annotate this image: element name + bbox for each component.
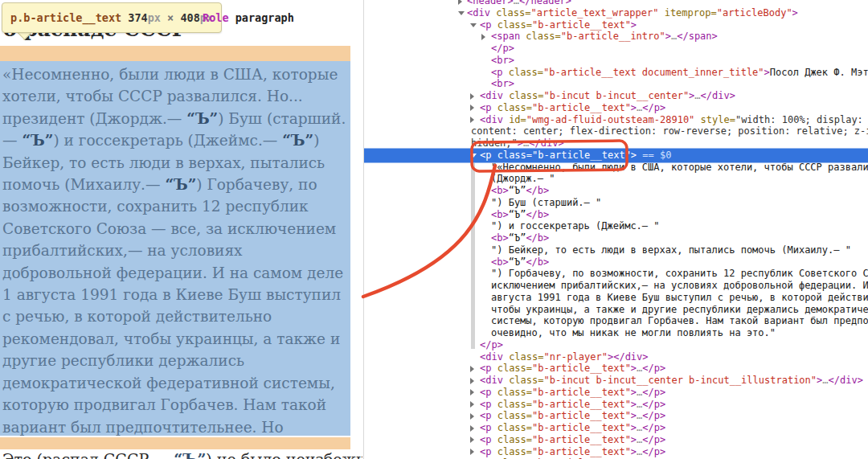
devtools-node-row[interactable]: <p class="b-article__text">…</p> (364, 434, 868, 446)
devtools-node-row[interactable]: <div class="b-incut b-incut__center b-in… (364, 375, 868, 387)
syntax-token-tag: > (631, 410, 637, 421)
collapse-arrow-icon[interactable] (470, 154, 477, 158)
syntax-token-tag: </p> (642, 102, 665, 113)
syntax-token-tag: </p> (480, 339, 503, 350)
expand-arrow-icon[interactable] (470, 117, 474, 123)
devtools-node-row[interactable]: (Джордж.— " (364, 173, 868, 185)
syntax-token-tag: <p (480, 19, 491, 31)
syntax-token-attr: style= (694, 114, 735, 125)
syntax-token-val: "b-article__text" (532, 19, 631, 31)
devtools-node-row[interactable]: очевидно, что мы никак не могли повлиять… (364, 327, 868, 339)
syntax-token-tag: > (665, 31, 671, 42)
syntax-token-tag: <b> (491, 256, 509, 268)
syntax-token-tag: </p> (642, 363, 665, 374)
devtools-node-row[interactable]: </p> (364, 339, 868, 351)
syntax-token-dim: … (514, 0, 519, 6)
expand-arrow-icon[interactable] (481, 34, 485, 40)
syntax-token-val: "nr-player" (543, 351, 607, 363)
devtools-node-row[interactable]: <b>“Ъ”</b> (364, 232, 868, 244)
expand-arrow-icon[interactable] (470, 413, 474, 420)
tooltip-width: 374 (121, 11, 148, 24)
syntax-token-val: "b-article__text" (532, 150, 631, 161)
syntax-token-attr: class= (491, 399, 532, 410)
devtools-node-row[interactable]: ") и госсекретарь (Джеймс.— " (364, 220, 868, 232)
devtools-elements-panel: <header>…</header><div class="article_te… (364, 0, 868, 459)
syntax-token-tag: <div (480, 114, 503, 125)
syntax-token-txt: исключением прибалтийских,— на условиях … (491, 280, 868, 291)
devtools-node-row[interactable]: <p class="b-article__text">…</p> (364, 399, 868, 411)
syntax-token-val: "b-article__text document_inner_title" (543, 67, 764, 78)
syntax-token-dim: … (694, 90, 700, 101)
expand-arrow-icon[interactable] (470, 401, 474, 408)
devtools-node-row[interactable]: hidden;">…</div> (364, 137, 868, 150)
expand-arrow-icon[interactable] (470, 366, 474, 372)
syntax-token-txt: “Ъ” (509, 185, 526, 196)
syntax-token-tag: </b> (526, 232, 549, 244)
devtools-node-row[interactable]: <br> (364, 78, 868, 90)
devtools-node-row[interactable]: ") Буш (старший.— " (364, 197, 868, 209)
syntax-token-tag: <br> (491, 78, 514, 89)
syntax-token-val: "b-article__text" (532, 446, 631, 457)
syntax-token-txt: Посол Джек Ф. Мэтлок (770, 67, 868, 78)
devtools-node-row[interactable]: <b>“Ъ”</b> (364, 209, 868, 221)
expand-arrow-icon[interactable] (470, 93, 474, 100)
devtools-node-row[interactable]: content: center; flex-direction: row-rev… (364, 125, 868, 137)
devtools-node-row[interactable]: <div class="b-incut b-incut__center">…</… (364, 90, 868, 102)
devtools-node-row[interactable]: <p class="b-article__text">…</p> (364, 446, 868, 458)
syntax-token-tag: > (631, 363, 637, 374)
collapse-arrow-icon[interactable] (470, 23, 477, 27)
devtools-node-row-selected[interactable]: <p class="b-article__text"> == $0 (364, 150, 868, 162)
devtools-node-row[interactable]: <b>“Ъ”</b> (364, 185, 868, 197)
syntax-token-tag: > (631, 434, 637, 445)
dom-tree: <header>…</header><div class="article_te… (364, 0, 868, 459)
devtools-node-row[interactable]: ") Горбачеву, по возможности, сохранить … (364, 268, 868, 280)
devtools-node-row[interactable]: <b>“Ъ”</b> (364, 256, 868, 268)
devtools-node-row[interactable]: <p class="b-article__text"> (364, 19, 868, 31)
devtools-node-row[interactable]: августа 1991 года в Киеве Буш выступил с… (364, 292, 868, 304)
devtools-node-row[interactable]: <p class="b-article__text">…</p> (364, 410, 868, 422)
syntax-token-attr: class= (503, 351, 544, 363)
collapse-arrow-icon[interactable] (458, 11, 465, 15)
syntax-token-tag: > (631, 422, 637, 433)
expand-arrow-icon[interactable] (470, 378, 474, 384)
syntax-token-txt: августа 1991 года в Киеве Буш выступил с… (491, 292, 868, 303)
expand-arrow-icon[interactable] (470, 389, 474, 395)
devtools-node-row[interactable]: <span class="b-article__intro">…</span> (364, 31, 868, 43)
devtools-node-row[interactable]: ") Бейкер, то есть люди в верхах, пытали… (364, 244, 868, 256)
syntax-token-attr: class= (491, 150, 532, 161)
devtools-node-row[interactable]: <br> (364, 55, 868, 67)
syntax-token-attr: class= (491, 446, 532, 457)
expand-arrow-icon[interactable] (470, 105, 474, 111)
expand-arrow-icon[interactable] (470, 436, 474, 443)
syntax-token-val: "wmg-ad-fluid-outsteam-28910" (526, 114, 695, 125)
syntax-token-tag: > (631, 446, 637, 457)
tooltip-times: × (161, 11, 180, 24)
syntax-token-tag: </b> (526, 185, 549, 196)
devtools-node-row[interactable]: чтобы украинцы, а также и другие республ… (364, 304, 868, 316)
devtools-node-row[interactable]: <header>…</header> (364, 0, 868, 7)
syntax-token-val: "b-article__text" (532, 434, 631, 445)
devtools-node-row[interactable]: <p class="b-article__text document_inner… (364, 67, 868, 79)
syntax-token-tag: > (764, 67, 770, 78)
devtools-node-row[interactable]: исключением прибалтийских,— на условиях … (364, 280, 868, 292)
devtools-node-row[interactable]: "«Несомненно, были люди в США, которые х… (364, 162, 868, 174)
devtools-node-row[interactable]: </p> (364, 43, 868, 55)
expand-arrow-icon[interactable] (470, 425, 474, 432)
syntax-token-tag: </header> (519, 0, 571, 6)
syntax-token-val: "b-article__text" (532, 363, 631, 374)
syntax-token-tag: <div (480, 351, 503, 363)
devtools-node-row[interactable]: <div class="nr-player"></div> (364, 351, 868, 363)
syntax-token-tag: <p (480, 363, 491, 374)
syntax-token-val: "article_text_wrapper" (530, 7, 658, 18)
devtools-node-row[interactable]: <p class="b-article__text">…</p> (364, 387, 868, 399)
expand-arrow-icon[interactable] (470, 449, 474, 455)
devtools-node-row[interactable]: <p class="b-article__text">…</p> (364, 363, 868, 375)
devtools-node-row[interactable]: системы, которую продвигал Горбачев. Нам… (364, 315, 868, 327)
devtools-node-row[interactable]: <div class="article_text_wrapper" itempr… (364, 7, 868, 19)
devtools-node-row[interactable]: <p class="b-article__text">…</p> (364, 102, 868, 114)
devtools-node-row[interactable]: <p class="b-article__text">…</p> (364, 422, 868, 434)
devtools-node-row[interactable]: <div id="wmg-ad-fluid-outsteam-28910" st… (364, 114, 868, 126)
syntax-token-tag: </p> (642, 410, 665, 421)
expand-arrow-icon[interactable] (458, 0, 462, 5)
syntax-token-tag: <b> (491, 185, 509, 196)
